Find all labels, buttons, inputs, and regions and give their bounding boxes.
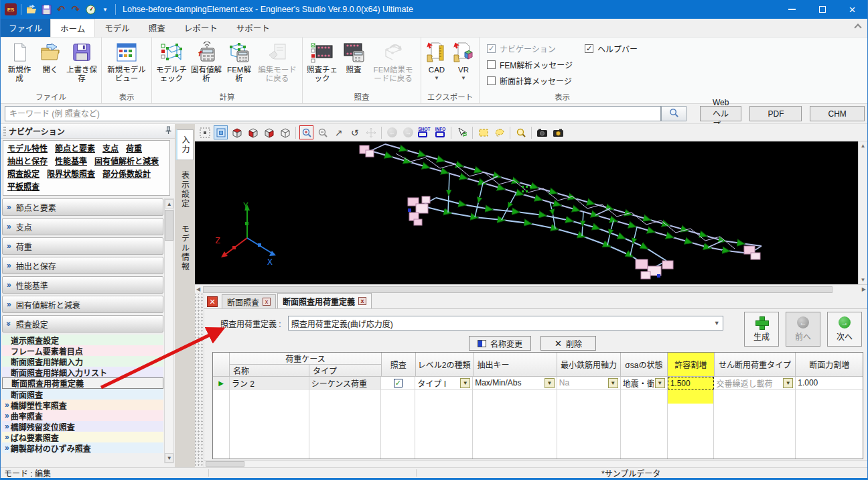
view-cube-front-icon[interactable] — [246, 125, 260, 139]
nav-item-frame-points[interactable]: フレーム要素着目点 — [2, 345, 163, 356]
cell-force-increase[interactable]: 1.000 — [796, 377, 863, 389]
scroll-up-icon[interactable]: ▲ — [859, 141, 867, 150]
nav-item-dohji-check[interactable]: 道示照査設定 — [2, 335, 163, 345]
help-bar-checkbox-row[interactable]: ✓ ヘルプバー — [585, 43, 638, 54]
performance-gauge-icon[interactable] — [84, 3, 96, 15]
check-verify-button[interactable]: 照査チェック — [305, 39, 340, 83]
pin-icon[interactable] — [165, 126, 172, 137]
link-model-props[interactable]: モデル特性 — [7, 143, 48, 155]
tab-report[interactable]: レポート — [175, 19, 227, 37]
section-eigen-damping[interactable]: »固有値解析と減衰 — [2, 296, 163, 313]
scroll-up-icon[interactable]: ▲ — [165, 199, 173, 208]
export-cad-button[interactable]: CAD ▼ — [423, 39, 450, 81]
search-button[interactable] — [661, 106, 686, 121]
section-calc-message-checkbox-row[interactable]: 断面計算メッセージ — [487, 75, 573, 86]
shot-capture-icon[interactable]: SHOT — [417, 125, 431, 139]
scrollbar-thumb[interactable] — [165, 210, 173, 241]
cell-name[interactable]: ラン 2 — [230, 377, 309, 389]
save-button[interactable]: 上書き保存 — [64, 39, 99, 83]
link-limit-state[interactable]: 限界状態照査 — [47, 168, 95, 180]
side-tab-model-info[interactable]: モデル情報 — [176, 219, 194, 277]
section-check-settings[interactable]: »照査設定 — [2, 315, 163, 333]
cell-shear-load-type[interactable]: 交番繰返し載荷▼ — [714, 377, 796, 389]
section-performance[interactable]: »性能基準 — [2, 276, 163, 294]
check-run-button[interactable]: 照査 — [340, 39, 368, 74]
nav-item-section-detail-input[interactable]: 断面照査用詳細入力 — [2, 356, 163, 367]
tab-close-icon[interactable]: x — [358, 297, 366, 305]
tab-home[interactable]: ホーム — [50, 19, 95, 37]
link-partial-factor[interactable]: 部分係数設計 — [102, 168, 151, 180]
link-loads[interactable]: 荷重 — [126, 143, 142, 155]
nav-item-section-load-definition[interactable]: 断面照査用荷重定義 — [2, 377, 163, 389]
link-nodes-elements[interactable]: 節点と要素 — [55, 143, 95, 155]
qat-dropdown-icon[interactable]: ▼ — [99, 3, 111, 15]
new-model-view-button[interactable]: 新規モデルビュー — [104, 39, 149, 83]
section-nodes-elements[interactable]: »節点と要素 — [2, 198, 163, 216]
tab-check[interactable]: 照査 — [139, 19, 175, 37]
panel-splitter-handle[interactable] — [195, 294, 204, 467]
help-bar-checkbox[interactable]: ✓ — [585, 44, 593, 53]
fit-view-icon[interactable] — [214, 125, 228, 139]
lasso-select-icon[interactable] — [492, 125, 506, 139]
cell-sigma-sa[interactable]: 地震・衝突▼ — [621, 377, 668, 389]
scroll-left-icon[interactable]: ◀ — [195, 285, 202, 294]
fem-analysis-button[interactable]: FEM解析 — [224, 39, 255, 83]
section-calc-message-checkbox[interactable] — [487, 76, 496, 85]
side-tab-display-settings[interactable]: 表示設定 — [176, 166, 194, 214]
panel-close-icon[interactable]: ✕ — [207, 296, 218, 307]
open-button[interactable]: 開く — [36, 39, 64, 74]
drag-grip-icon[interactable] — [3, 127, 6, 136]
minimize-button[interactable] — [777, 0, 807, 19]
link-eigen-damping[interactable]: 固有値解析と減衰 — [94, 156, 159, 168]
scroll-down-icon[interactable]: ▼ — [165, 453, 173, 463]
new-file-button[interactable]: 新規作成 — [3, 39, 36, 83]
nav-item-pier-plasticity[interactable]: »橋脚塑性率照査 — [2, 400, 163, 410]
collapse-ribbon-icon[interactable] — [854, 23, 861, 31]
dropdown-button[interactable]: ▼ — [545, 378, 555, 388]
tab-file[interactable]: ファイル — [1, 19, 50, 37]
tab-close-icon[interactable]: x — [263, 298, 271, 306]
close-button[interactable]: × — [837, 0, 867, 19]
nav-item-section-detail-list[interactable]: 断面照査用詳細入力リスト — [2, 367, 163, 377]
cell-allowable-increase[interactable]: 1.500 — [668, 377, 715, 389]
link-supports[interactable]: 支点 — [102, 143, 119, 155]
link-check-settings[interactable]: 照査設定 — [7, 168, 40, 180]
pointer-select-icon[interactable] — [455, 125, 469, 139]
web-help-button[interactable]: Web ヘルプ — [700, 106, 741, 121]
pdf-help-button[interactable]: PDF — [749, 106, 802, 121]
link-performance[interactable]: 性能基準 — [55, 156, 87, 168]
redo-icon[interactable]: ↷ — [70, 3, 82, 15]
cell-check[interactable]: ✓ — [381, 377, 415, 389]
cell-type[interactable]: シーケンス荷重 — [309, 377, 382, 389]
navigation-checkbox-row[interactable]: ✓ ナビゲーション — [487, 43, 573, 54]
nav-item-section-check[interactable]: 断面照査 — [2, 389, 163, 400]
cell-extract-key[interactable]: Max/Min/Abs▼ — [473, 377, 557, 389]
open-icon[interactable] — [25, 3, 38, 15]
view-cube-side-icon[interactable] — [262, 125, 276, 139]
generate-button[interactable]: 生成 — [744, 312, 779, 347]
box-select-icon[interactable] — [476, 125, 490, 139]
scrollbar-thumb[interactable] — [203, 286, 833, 293]
nav-item-residual-displacement[interactable]: »橋脚残留変位照査 — [2, 421, 163, 432]
scrollbar-thumb[interactable] — [206, 461, 244, 467]
link-extract-save[interactable]: 抽出と保存 — [7, 156, 48, 168]
panel-horizontal-scrollbar[interactable] — [204, 460, 867, 467]
next-button[interactable]: → 次へ — [827, 312, 862, 347]
rotate-view-icon[interactable]: ↺ — [348, 125, 362, 139]
delete-button[interactable]: ✕ 削除 — [540, 336, 596, 351]
panel-tab-load-definition[interactable]: 断面照査用荷重定義 x — [277, 293, 372, 308]
cell-level2[interactable]: タイプ I▼ — [415, 377, 473, 389]
fem-message-checkbox-row[interactable]: FEM解析メッセージ — [487, 59, 573, 70]
maximize-button[interactable] — [807, 0, 837, 19]
dropdown-button[interactable]: ▼ — [655, 378, 665, 388]
view-cube-top-icon[interactable] — [230, 125, 244, 139]
load-definition-combobox[interactable]: 照査用荷重定義(曲げ応力度) ▼ — [288, 316, 723, 331]
find-model-icon[interactable] — [514, 125, 528, 139]
rename-button[interactable]: 名称変更 — [469, 336, 531, 351]
viewport-vertical-scrollbar[interactable]: ▲ ▼ — [858, 141, 867, 284]
model-check-button[interactable]: モデルチェック — [154, 39, 189, 83]
side-tab-input[interactable]: 入力 — [176, 129, 194, 160]
camera-dark-icon[interactable] — [535, 125, 549, 139]
panel-tab-section-check[interactable]: 断面照査 x — [222, 294, 276, 308]
tab-model[interactable]: モデル — [95, 19, 139, 37]
